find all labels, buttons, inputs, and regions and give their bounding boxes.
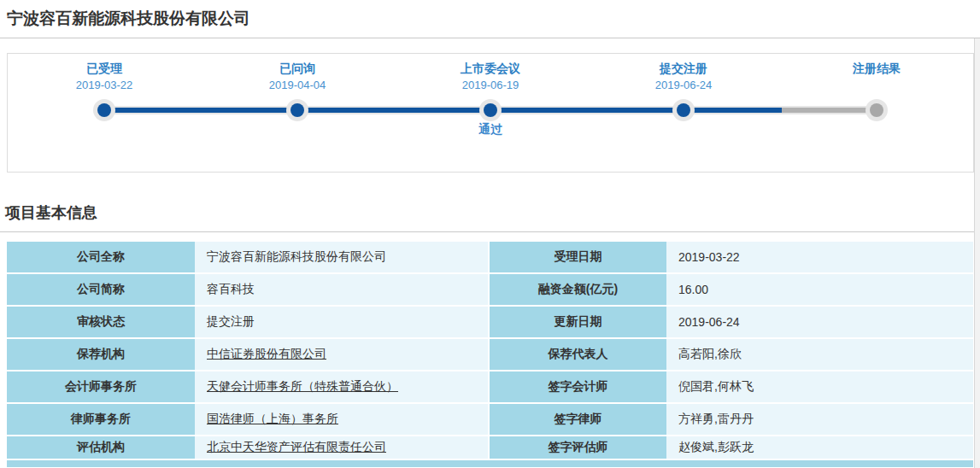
row-value: 容百科技 <box>195 274 488 305</box>
timeline-stage: 提交注册2019-06-24 <box>587 61 780 137</box>
value-text: 宁波容百新能源科技股份有限公司 <box>207 249 386 265</box>
stage-dot-done <box>97 103 111 117</box>
table-row: 保荐代表人高若阳,徐欣 <box>490 339 973 370</box>
timeline-track <box>104 106 877 114</box>
stage-dot-done <box>290 103 304 117</box>
stage-date: 2019-04-04 <box>201 77 394 93</box>
value-text: 倪国君,何林飞 <box>678 379 754 395</box>
timeline-stages: 已受理2019-03-22已问询2019-04-04上市委会议2019-06-1… <box>8 54 973 137</box>
table-row: 会计师事务所天健会计师事务所（特殊普通合伙） <box>7 371 488 402</box>
value-text: 容百科技 <box>207 282 255 297</box>
stage-date <box>780 77 973 93</box>
info-table-left: 公司全称宁波容百新能源科技股份有限公司公司简称容百科技审核状态提交注册保荐机构中… <box>7 242 488 460</box>
stage-date: 2019-06-24 <box>587 77 780 93</box>
stage-label: 上市委会议 <box>394 61 587 77</box>
stage-date: 2019-06-19 <box>394 77 587 93</box>
row-value: 方祥勇,雷丹丹 <box>666 404 973 435</box>
row-value: 北京中天华资产评估有限责任公司 <box>195 436 488 459</box>
row-label: 会计师事务所 <box>7 371 195 402</box>
page-title: 宁波容百新能源科技股份有限公司 <box>7 8 980 30</box>
table-row: 签字律师方祥勇,雷丹丹 <box>490 404 973 435</box>
row-value: 国浩律师（上海）事务所 <box>195 404 488 435</box>
timeline-stage: 注册结果 <box>780 61 973 137</box>
row-label: 保荐机构 <box>7 339 195 370</box>
stage-dot-done <box>677 103 690 117</box>
info-table-right: 受理日期2019-03-22融资金额(亿元)16.00更新日期2019-06-2… <box>490 242 973 460</box>
page-gutter <box>974 38 980 468</box>
value-link[interactable]: 国浩律师（上海）事务所 <box>207 412 338 427</box>
row-value: 中信证券股份有限公司 <box>195 339 488 370</box>
row-label: 律师事务所 <box>7 404 195 435</box>
stage-status: 通过 <box>394 120 587 137</box>
stage-label: 提交注册 <box>587 61 780 77</box>
value-text: 16.00 <box>678 283 708 296</box>
row-value: 宁波容百新能源科技股份有限公司 <box>195 242 488 272</box>
table-row: 签字会计师倪国君,何林飞 <box>490 371 973 402</box>
row-label: 评估机构 <box>7 436 195 459</box>
row-label: 签字评估师 <box>490 436 666 459</box>
table-row: 审核状态提交注册 <box>7 307 488 337</box>
row-value: 16.00 <box>666 274 973 305</box>
row-label: 公司全称 <box>7 242 195 272</box>
row-label: 更新日期 <box>490 307 666 337</box>
stage-date: 2019-03-22 <box>8 77 201 93</box>
stage-status <box>587 120 780 137</box>
section-divider <box>0 231 974 232</box>
table-row: 公司简称容百科技 <box>7 274 488 305</box>
stage-status <box>8 120 201 137</box>
section-header: 项目基本信息 <box>5 203 980 222</box>
row-label: 签字会计师 <box>490 371 666 402</box>
value-text: 高若阳,徐欣 <box>678 347 742 362</box>
table-row: 公司全称宁波容百新能源科技股份有限公司 <box>7 242 488 272</box>
row-label: 融资金额(亿元) <box>490 274 666 305</box>
stage-label: 注册结果 <box>780 61 973 77</box>
row-value: 2019-06-24 <box>666 307 973 337</box>
row-label: 受理日期 <box>490 242 666 272</box>
row-value: 倪国君,何林飞 <box>666 371 973 402</box>
timeline-stage: 已问询2019-04-04 <box>201 61 394 137</box>
stage-dot-done <box>484 103 497 117</box>
next-row-strip <box>7 460 973 467</box>
row-label: 审核状态 <box>7 307 195 337</box>
stage-dot-pending <box>870 103 883 117</box>
row-label: 公司简称 <box>7 274 195 305</box>
table-row: 评估机构北京中天华资产评估有限责任公司 <box>7 436 488 459</box>
ipo-project-page: 宁波容百新能源科技股份有限公司 已受理2019-03-22已问询2019-04-… <box>0 0 980 468</box>
row-value: 赵俊斌,彭跃龙 <box>666 436 973 459</box>
stage-label: 已受理 <box>8 61 201 77</box>
row-value: 天健会计师事务所（特殊普通合伙） <box>195 371 488 402</box>
table-row: 律师事务所国浩律师（上海）事务所 <box>7 404 488 435</box>
timeline-stage: 上市委会议2019-06-19通过 <box>394 61 587 137</box>
row-value: 提交注册 <box>195 307 488 337</box>
row-value: 2019-03-22 <box>666 242 973 272</box>
table-row: 保荐机构中信证券股份有限公司 <box>7 339 488 370</box>
timeline-stage: 已受理2019-03-22 <box>8 61 201 137</box>
project-info-table: 公司全称宁波容百新能源科技股份有限公司公司简称容百科技审核状态提交注册保荐机构中… <box>7 242 973 460</box>
value-link[interactable]: 北京中天华资产评估有限责任公司 <box>207 440 386 455</box>
value-link[interactable]: 中信证券股份有限公司 <box>207 347 326 362</box>
page-header: 宁波容百新能源科技股份有限公司 <box>0 0 980 30</box>
review-timeline: 已受理2019-03-22已问询2019-04-04上市委会议2019-06-1… <box>7 53 974 173</box>
table-row: 更新日期2019-06-24 <box>490 307 973 337</box>
header-divider <box>0 38 980 38</box>
value-link[interactable]: 天健会计师事务所（特殊普通合伙） <box>207 379 398 395</box>
row-label: 签字律师 <box>490 404 666 435</box>
table-row: 融资金额(亿元)16.00 <box>490 274 973 305</box>
row-label: 保荐代表人 <box>490 339 666 370</box>
section-title: 项目基本信息 <box>5 203 980 222</box>
value-text: 2019-03-22 <box>678 250 740 264</box>
value-text: 2019-06-24 <box>678 315 740 329</box>
table-row: 签字评估师赵俊斌,彭跃龙 <box>490 436 973 459</box>
value-text: 赵俊斌,彭跃龙 <box>678 440 754 455</box>
stage-label: 已问询 <box>201 61 394 77</box>
stage-status <box>201 120 394 137</box>
stage-status <box>780 120 973 137</box>
table-row: 受理日期2019-03-22 <box>490 242 973 272</box>
row-value: 高若阳,徐欣 <box>666 339 973 370</box>
value-text: 方祥勇,雷丹丹 <box>678 412 754 427</box>
value-text: 提交注册 <box>207 314 255 330</box>
